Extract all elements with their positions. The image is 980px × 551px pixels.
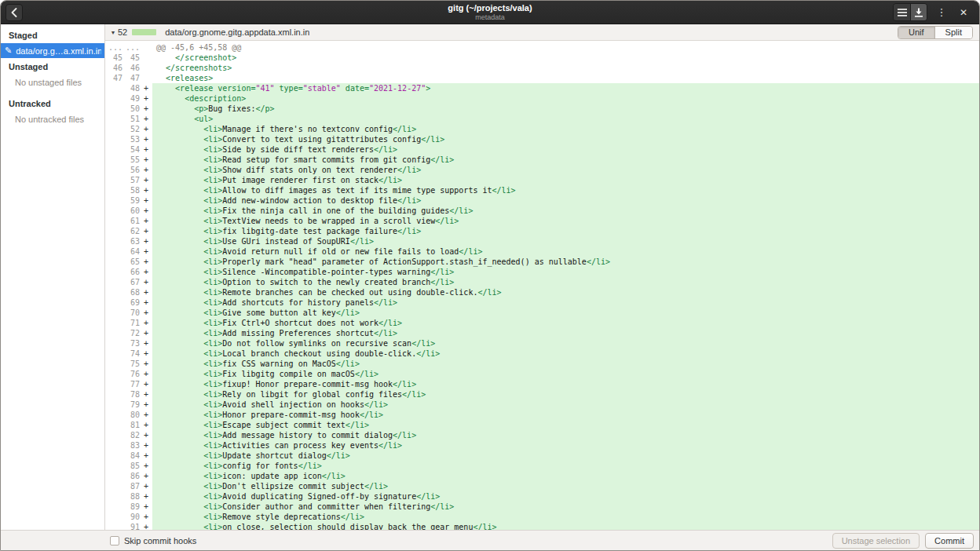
diff-line[interactable]: 70+ <li>Give some button alt key</li>	[105, 308, 979, 318]
diff-marker: +	[140, 389, 152, 400]
diff-line[interactable]: ......@@ -45,6 +45,58 @@	[105, 42, 979, 53]
go-previous-icon	[10, 8, 18, 17]
diff-line[interactable]: 53+ <li>Convert to text using gitattribu…	[105, 134, 979, 144]
diff-line[interactable]: 71+ <li>Fix Ctrl+O shortcut does not wor…	[105, 318, 979, 328]
diff-code: <li>Update shortcut dialog</li>	[152, 451, 979, 461]
diff-line[interactable]: 4545 </screenshot>	[105, 53, 979, 63]
diff-line[interactable]: 73+ <li>Do not follow symlinks on recurs…	[105, 338, 979, 348]
diff-marker: +	[140, 522, 152, 530]
diff-code: <li>Avoid duplicating Signed-off-by sign…	[152, 491, 979, 502]
staged-file-item[interactable]: ✎ data/org.g…a.xml.in.in	[1, 43, 104, 58]
diff-line[interactable]: 68+ <li>Remote branches can be checked o…	[105, 287, 979, 297]
commit-view-button[interactable]	[910, 4, 927, 20]
files-sidebar: Staged ✎ data/org.g…a.xml.in.in Unstaged…	[1, 24, 105, 530]
diff-new-line-number: 74	[122, 348, 140, 359]
diff-line[interactable]: 49+ <description>	[105, 93, 979, 104]
diff-old-line-number	[105, 359, 122, 369]
diff-code: <li>Add missing Preferences shortcut</li…	[152, 328, 979, 338]
diff-line[interactable]: 55+ <li>Read setup for smart commits fro…	[105, 155, 979, 165]
window-body: Staged ✎ data/org.g…a.xml.in.in Unstaged…	[1, 24, 979, 530]
diff-line[interactable]: 87+ <li>Don't ellipsize commit subject</…	[105, 481, 979, 491]
diff-marker: +	[140, 491, 152, 502]
diff-code: <li>Local branch checkout using double-c…	[152, 348, 979, 359]
diff-line[interactable]: 89+ <li>Consider author and committer wh…	[105, 502, 979, 512]
diff-line[interactable]: 82+ <li>Add message history to commit di…	[105, 430, 979, 440]
close-button[interactable]: ✕	[956, 4, 971, 21]
diff-line[interactable]: 85+ <li>config for fonts</li>	[105, 461, 979, 471]
diff-line[interactable]: 74+ <li>Local branch checkout using doub…	[105, 348, 979, 359]
diff-old-line-number	[105, 267, 122, 277]
diff-code: <li>Rely on libgit for global config fil…	[152, 389, 979, 400]
diff-line[interactable]: 88+ <li>Avoid duplicating Signed-off-by …	[105, 491, 979, 502]
diff-line[interactable]: 56+ <li>Show diff stats only on text ren…	[105, 165, 979, 175]
menu-button[interactable]: ⋮	[934, 4, 949, 21]
diff-old-line-number	[105, 297, 122, 308]
diff-code: <description>	[152, 93, 979, 104]
diff-new-line-number: 70	[122, 308, 140, 318]
history-view-button[interactable]	[894, 4, 910, 20]
diff-new-line-number: 80	[122, 410, 140, 420]
unstage-selection-button[interactable]: Unstage selection	[832, 533, 920, 549]
diff-line[interactable]: 83+ <li>Activities can process key event…	[105, 440, 979, 451]
diff-code: <li>Properly mark "head" parameter of Ac…	[152, 257, 979, 267]
diff-line[interactable]: 50+ <p>Bug fixes:</p>	[105, 104, 979, 114]
diff-line[interactable]: 58+ <li>Allow to diff images as text if …	[105, 185, 979, 195]
diff-line[interactable]: 81+ <li>Escape subject commit text</li>	[105, 420, 979, 430]
diff-line[interactable]: 4747 <releases>	[105, 73, 979, 83]
collapse-expander-icon[interactable]: ▼	[109, 30, 117, 35]
diff-line[interactable]: 72+ <li>Add missing Preferences shortcut…	[105, 328, 979, 338]
diff-line[interactable]: 51+ <ul>	[105, 114, 979, 124]
diff-new-line-number: 72	[122, 328, 140, 338]
diff-line[interactable]: 60+ <li>Fix the ninja call in one of the…	[105, 206, 979, 216]
diff-line[interactable]: 69+ <li>Add shortcuts for history panels…	[105, 297, 979, 308]
back-button[interactable]	[5, 4, 23, 21]
untracked-section-title: Untracked	[1, 95, 104, 111]
skip-commit-hooks-checkbox[interactable]	[110, 536, 119, 546]
diff-code: <li>fix libgitg-date test package failur…	[152, 226, 979, 236]
diff-line[interactable]: 75+ <li>fix CSS warning on MacOS</li>	[105, 359, 979, 369]
split-view-button[interactable]: Split	[934, 27, 972, 38]
diff-line[interactable]: 59+ <li>Add new-window action to desktop…	[105, 195, 979, 206]
diff-line[interactable]: 86+ <li>icon: update app icon</li>	[105, 471, 979, 481]
diff-old-line-number	[105, 461, 122, 471]
diff-line[interactable]: 91+ <li>on close, selection should displ…	[105, 522, 979, 530]
diff-new-line-number: 48	[122, 83, 140, 93]
diff-line[interactable]: 67+ <li>Option to switch to the newly cr…	[105, 277, 979, 287]
diff-line[interactable]: 78+ <li>Rely on libgit for global config…	[105, 389, 979, 400]
diff-old-line-number	[105, 236, 122, 246]
diff-line[interactable]: 61+ <li>TextView needs to be wrapped in …	[105, 216, 979, 226]
diff-line[interactable]: 79+ <li>Avoid shell injection on hooks</…	[105, 400, 979, 410]
diff-line[interactable]: 57+ <li>Put image renderer first on stac…	[105, 175, 979, 185]
diff-line[interactable]: 77+ <li>fixup! Honor prepare-commit-msg …	[105, 379, 979, 389]
diff-line[interactable]: 84+ <li>Update shortcut dialog</li>	[105, 451, 979, 461]
diff-line[interactable]: 54+ <li>Side by side diff text renderers…	[105, 144, 979, 155]
unified-view-button[interactable]: Unif	[898, 27, 934, 38]
diff-code: <li>Don't ellipsize commit subject</li>	[152, 481, 979, 491]
diff-old-line-number	[105, 134, 122, 144]
diff-line[interactable]: 62+ <li>fix libgitg-date test package fa…	[105, 226, 979, 236]
diff-code: <li>Avoid return null if old or new file…	[152, 246, 979, 257]
diff-marker	[140, 73, 152, 83]
commit-button[interactable]: Commit	[925, 533, 974, 549]
diff-content: ......@@ -45,6 +45,58 @@4545 </screensho…	[105, 41, 979, 530]
diff-code: <li>TextView needs to be wrapped in a sc…	[152, 216, 979, 226]
diff-old-line-number	[105, 83, 122, 93]
diff-line[interactable]: 65+ <li>Properly mark "head" parameter o…	[105, 257, 979, 267]
diff-line[interactable]: 80+ <li>Honor prepare-commit-msg hook</l…	[105, 410, 979, 420]
diff-code: <li>Remove style deprecations</li>	[152, 512, 979, 522]
diff-old-line-number	[105, 420, 122, 430]
diff-line[interactable]: 52+ <li>Manage if there's no textconv co…	[105, 124, 979, 134]
diff-line[interactable]: 4646 </screenshots>	[105, 63, 979, 73]
diff-marker	[140, 53, 152, 63]
diff-code: <ul>	[152, 114, 979, 124]
diff-line[interactable]: 63+ <li>Use GUri instead of SoupURI</li>	[105, 236, 979, 246]
diff-line[interactable]: 64+ <li>Avoid return null if old or new …	[105, 246, 979, 257]
unstaged-section-title: Unstaged	[1, 58, 104, 75]
diff-marker	[140, 63, 152, 73]
diff-line[interactable]: 76+ <li>Fix libgitg compile on macOS</li…	[105, 369, 979, 379]
diff-line[interactable]: 48+ <release version="41" type="stable" …	[105, 83, 979, 93]
skip-commit-hooks-toggle[interactable]: Skip commit hooks	[110, 536, 196, 546]
diff-line[interactable]: 66+ <li>Silence -Wincompatible-pointer-t…	[105, 267, 979, 277]
diff-marker: +	[140, 206, 152, 216]
diff-line[interactable]: 90+ <li>Remove style deprecations</li>	[105, 512, 979, 522]
